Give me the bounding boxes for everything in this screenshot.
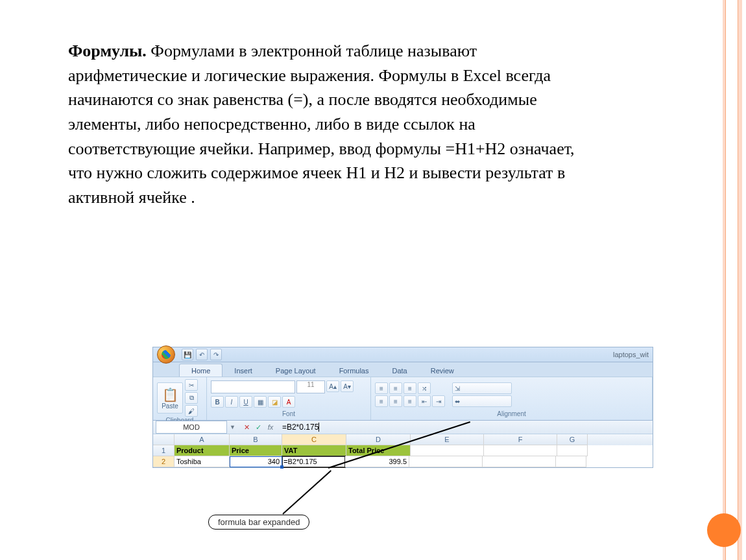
col-A[interactable]: A — [174, 434, 230, 445]
ribbon-body: 📋 Paste ✂ ⧉ 🖌 Clipboard 11 A▴ A▾ — [153, 377, 653, 421]
cell-F2[interactable] — [483, 456, 556, 467]
align-middle-icon[interactable]: ≡ — [389, 382, 402, 394]
cell-A2[interactable]: Toshiba — [174, 456, 230, 467]
tab-page-layout[interactable]: Page Layout — [264, 364, 328, 377]
lead-word: Формулы. — [68, 41, 147, 60]
paste-button[interactable]: 📋 Paste — [157, 382, 183, 414]
fill-color-button[interactable]: ◪ — [268, 396, 281, 408]
increase-font-icon[interactable]: A▴ — [326, 380, 339, 392]
slide-stripe-inner — [725, 0, 738, 560]
cell-C1[interactable]: VAT — [282, 445, 346, 456]
cell-G2[interactable] — [556, 456, 586, 467]
quick-access-toolbar: 💾 ↶ ↷ — [157, 345, 222, 364]
cell-F1[interactable] — [484, 445, 557, 456]
col-B[interactable]: B — [230, 434, 282, 445]
col-G[interactable]: G — [557, 434, 588, 445]
italic-button[interactable]: I — [225, 396, 238, 408]
enter-formula-icon[interactable]: ✓ — [254, 422, 264, 432]
alignment-title: Alignment — [375, 410, 648, 419]
row-2: 2 Toshiba 340 =B2*0.175 399.5 — [153, 456, 653, 467]
sheet-grid: A B C D E F G 1 Product Price VAT Total … — [153, 434, 653, 467]
col-F[interactable]: F — [484, 434, 557, 445]
group-alignment: ≡ ≡ ≡ ⤭ ≡ ≡ ≡ ⇤ ⇥ ⇲ ⬌ — [371, 377, 653, 420]
formula-text: =B2*0.175 — [282, 423, 319, 432]
tab-formulas[interactable]: Formulas — [328, 364, 381, 377]
font-color-button[interactable]: A — [282, 396, 295, 408]
excel-titlebar: 💾 ↶ ↷ laptops_wit — [153, 347, 653, 362]
font-size-select[interactable]: 11 — [296, 380, 325, 393]
slide-corner-decoration — [707, 513, 741, 547]
name-box-dropdown-icon[interactable]: ▼ — [230, 424, 235, 430]
tab-home[interactable]: Home — [179, 364, 223, 377]
office-button[interactable] — [157, 345, 175, 364]
align-bottom-icon[interactable]: ≡ — [403, 382, 416, 394]
font-family-select[interactable] — [211, 380, 295, 393]
group-font: 11 A▴ A▾ B I U ▦ ◪ A Font — [207, 377, 371, 420]
clipboard-icon: 📋 — [162, 387, 178, 402]
wrap-text-button[interactable]: ⇲ — [452, 382, 512, 394]
row-1-header[interactable]: 1 — [153, 445, 174, 456]
cell-A1[interactable]: Product — [174, 445, 230, 456]
orientation-icon[interactable]: ⤭ — [418, 382, 431, 394]
callout-text: formula bar expanded — [218, 517, 300, 527]
redo-icon[interactable]: ↷ — [210, 349, 222, 360]
select-all-corner[interactable] — [153, 434, 174, 445]
align-left-icon[interactable]: ≡ — [375, 395, 388, 407]
col-C[interactable]: C — [282, 434, 346, 445]
fx-icon[interactable]: fx — [265, 422, 276, 432]
excel-screenshot: 💾 ↶ ↷ laptops_wit Home Insert Page Layou… — [152, 347, 653, 468]
tab-data[interactable]: Data — [380, 364, 418, 377]
tab-insert[interactable]: Insert — [223, 364, 264, 377]
align-center-icon[interactable]: ≡ — [389, 395, 402, 407]
formula-bar: MOD ▼ ✕ ✓ fx =B2*0.175 — [153, 421, 653, 434]
merge-center-button[interactable]: ⬌ — [452, 395, 512, 407]
name-box[interactable]: MOD — [156, 421, 227, 434]
cell-E1[interactable] — [411, 445, 484, 456]
workbook-filename: laptops_wit — [613, 351, 649, 358]
border-button[interactable]: ▦ — [254, 396, 267, 408]
save-icon[interactable]: 💾 — [182, 349, 193, 360]
indent-dec-icon[interactable]: ⇤ — [418, 395, 431, 407]
bold-button[interactable]: B — [211, 396, 224, 408]
align-right-icon[interactable]: ≡ — [403, 395, 416, 407]
paste-label: Paste — [162, 402, 178, 410]
callout-bubble: formula bar expanded — [208, 515, 309, 530]
row-2-header[interactable]: 2 — [153, 456, 174, 467]
row-1: 1 Product Price VAT Total Price — [153, 445, 653, 456]
cell-B1[interactable]: Price — [230, 445, 282, 456]
decrease-font-icon[interactable]: A▾ — [341, 380, 354, 392]
undo-icon[interactable]: ↶ — [196, 349, 208, 360]
underline-button[interactable]: U — [239, 396, 252, 408]
group-clipboard: 📋 Paste ✂ ⧉ 🖌 Clipboard — [153, 377, 207, 420]
col-E[interactable]: E — [411, 434, 484, 445]
font-title: Font — [211, 410, 367, 419]
indent-inc-icon[interactable]: ⇥ — [432, 395, 445, 407]
format-painter-icon[interactable]: 🖌 — [185, 405, 198, 417]
cell-E2[interactable] — [409, 456, 483, 467]
cancel-formula-icon[interactable]: ✕ — [242, 422, 252, 432]
body-text: Формулами в электронной таблице называют… — [68, 41, 575, 207]
copy-icon[interactable]: ⧉ — [185, 392, 198, 404]
ribbon-tabs: Home Insert Page Layout Formulas Data Re… — [153, 362, 653, 377]
cell-B2[interactable]: 340 — [230, 456, 282, 467]
align-top-icon[interactable]: ≡ — [375, 382, 388, 394]
content-paragraph: Формулы. Формулами в электронной таблице… — [68, 39, 587, 210]
cell-G1[interactable] — [557, 445, 588, 456]
cut-icon[interactable]: ✂ — [185, 379, 198, 391]
callout-leader-line-2 — [282, 470, 331, 514]
tab-review[interactable]: Review — [419, 364, 466, 377]
